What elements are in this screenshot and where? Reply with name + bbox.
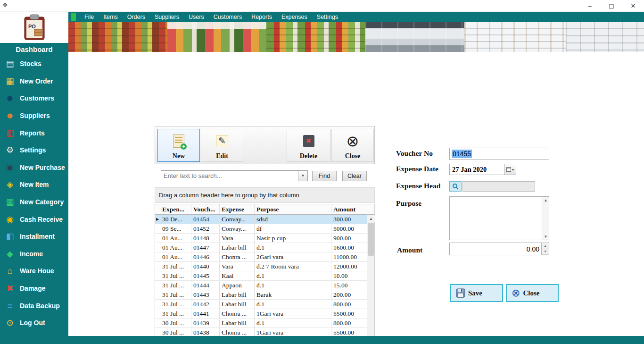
spinner-up-icon[interactable]: ▲: [542, 243, 549, 249]
edit-button[interactable]: ✎ Edit: [201, 129, 243, 162]
table-row[interactable]: 01 Au...01446Chonra ...2Gari vara11000.0…: [155, 252, 367, 262]
table-row[interactable]: 01 Au...01447Labar billd.11600.00: [155, 243, 367, 252]
column-header[interactable]: Amount: [331, 204, 367, 214]
table-row[interactable]: ▶30 De...01454Convay...sdsd300.00: [155, 215, 367, 224]
amount-spinner[interactable]: ▲ ▼: [541, 243, 549, 255]
delete-button[interactable]: ✖ Delete: [287, 129, 330, 162]
menu-item-reports[interactable]: Reports: [247, 12, 277, 22]
table-row[interactable]: 09 Se...01452Convay...df5000.00: [155, 224, 367, 234]
expense-head-search-button[interactable]: [449, 181, 462, 192]
expense-head-label: Expense Head: [396, 182, 440, 190]
sidebar-item-data-backup[interactable]: ≡Data Backup: [0, 297, 68, 314]
expense-head-field[interactable]: [462, 181, 535, 192]
sidebar-item-new-item[interactable]: ◈New Item: [0, 176, 68, 193]
table-row[interactable]: 31 Jul ...01443Labar billBarak200.00: [155, 290, 367, 300]
app-window: ❖ – ▢ ✕ PO Dashboard ▤Stocks▦New Order☻C…: [0, 0, 644, 344]
scroll-up-icon[interactable]: ▲: [542, 197, 549, 203]
scroll-down-icon[interactable]: ▼: [542, 233, 549, 240]
table-cell: 2Gari vara: [255, 252, 331, 261]
minimize-button[interactable]: –: [579, 0, 601, 12]
search-combo: ▼: [161, 170, 308, 181]
maximize-button[interactable]: ▢: [601, 0, 622, 12]
close-window-button[interactable]: ✕: [622, 0, 644, 12]
form-close-button[interactable]: ⊗ Close: [506, 284, 559, 302]
spinner-down-icon[interactable]: ▼: [542, 249, 549, 255]
row-indicator: [155, 290, 160, 299]
table-cell: 09 Se...: [160, 224, 191, 233]
sidebar-item-cash-receive[interactable]: ◉Cash Receive: [0, 210, 68, 228]
grid-scrollbar[interactable]: ▲ ▼: [367, 215, 374, 344]
purpose-scrollbar[interactable]: ▲ ▼: [542, 197, 549, 240]
table-row[interactable]: 31 Jul ...01440Varad.2 7 Room vara12000.…: [155, 262, 367, 271]
voucher-no-field[interactable]: 01455: [449, 148, 549, 160]
column-header[interactable]: Expense: [220, 204, 255, 214]
table-cell: 01444: [191, 281, 220, 290]
data-backup-icon: ≡: [4, 300, 16, 311]
sidebar-item-label: Data Backup: [20, 302, 60, 310]
table-cell: 01446: [191, 252, 220, 261]
sidebar-item-new-order[interactable]: ▦New Order: [0, 73, 68, 90]
table-cell: 11000.00: [331, 252, 367, 261]
sidebar-item-settings[interactable]: ⚙Settings: [0, 142, 68, 159]
grid-group-panel[interactable]: Drag a column header here to group by th…: [155, 187, 375, 203]
sidebar-item-log-out[interactable]: ⊙Log Out: [0, 314, 68, 332]
save-button[interactable]: Save: [450, 284, 503, 302]
scroll-up-icon[interactable]: ▲: [367, 215, 375, 222]
scroll-thumb[interactable]: [368, 223, 374, 256]
chevron-down-icon: ▼: [512, 168, 515, 171]
menu-item-settings[interactable]: Settings: [312, 12, 343, 22]
sidebar-item-stocks[interactable]: ▤Stocks: [0, 55, 68, 73]
table-cell: 30 Jul ...: [160, 319, 191, 327]
table-cell: Nasir p cup: [255, 234, 331, 243]
table-cell: 900.00: [331, 234, 367, 243]
table-cell: 01448: [191, 234, 220, 243]
sidebar-item-customers[interactable]: ☻Customers: [0, 90, 68, 107]
table-cell: 01440: [191, 262, 220, 271]
table-cell: 31 Jul ...: [160, 271, 191, 280]
table-row[interactable]: 31 Jul ...01445Kaald.110.00: [155, 271, 367, 281]
table-row[interactable]: 01 Au...01448VaraNasir p cup900.00: [155, 234, 367, 243]
table-row[interactable]: 30 Jul ...01439Labar billd.1800.00: [155, 319, 367, 328]
customers-icon: ☻: [4, 92, 16, 104]
sidebar-item-ware-houe[interactable]: ⌂Ware Houe: [0, 262, 68, 280]
sidebar-item-new-category[interactable]: ▦New Category: [0, 193, 68, 211]
sidebar-item-installment[interactable]: ◧Installment: [0, 228, 68, 245]
menu-item-file[interactable]: File: [80, 12, 99, 22]
column-header[interactable]: Vouch...: [191, 204, 220, 214]
new-button[interactable]: + New: [157, 129, 200, 162]
table-cell: 31 Jul ...: [160, 281, 191, 290]
menu-item-customers[interactable]: Customers: [209, 12, 247, 22]
sidebar-item-dashboard[interactable]: Dashboard: [0, 43, 68, 55]
table-cell: 01454: [191, 215, 220, 224]
menu-item-orders[interactable]: Orders: [123, 12, 150, 22]
search-input[interactable]: [161, 171, 298, 181]
damage-icon: ✖: [4, 283, 16, 294]
expense-date-value: 27 Jan 2020: [450, 166, 504, 174]
search-dropdown-button[interactable]: ▼: [298, 171, 307, 181]
sidebar-item-suppliers[interactable]: ☻Suppliers: [0, 107, 68, 125]
column-header[interactable]: Expen...: [160, 204, 191, 214]
table-row[interactable]: 31 Jul ...01441Chonra ...1Gari vara5500.…: [155, 309, 367, 319]
cash-receive-icon: ◉: [4, 214, 16, 225]
menu-item-items[interactable]: Items: [99, 12, 123, 22]
amount-field[interactable]: 0.00 ▲ ▼: [449, 243, 549, 255]
table-cell: 01 Au...: [160, 234, 191, 243]
clear-button[interactable]: Clear: [342, 171, 367, 181]
find-button[interactable]: Find: [312, 171, 337, 181]
sidebar-item-income[interactable]: ◆Income: [0, 245, 68, 263]
sidebar-item-damage[interactable]: ✖Damage: [0, 280, 68, 297]
table-row[interactable]: 31 Jul ...01444Appaond.115.00: [155, 281, 367, 290]
table-cell: d.1: [255, 243, 331, 252]
column-header[interactable]: Purpose: [255, 204, 331, 214]
menu-item-suppliers[interactable]: Suppliers: [150, 12, 184, 22]
expense-date-picker[interactable]: 27 Jan 2020 ▼: [449, 164, 516, 175]
menu-item-users[interactable]: Users: [184, 12, 209, 22]
table-row[interactable]: 31 Jul ...01442Labar billd.1800.00: [155, 300, 367, 309]
purpose-field[interactable]: ▲ ▼: [449, 196, 549, 240]
calendar-dropdown-button[interactable]: ▼: [504, 164, 516, 175]
sidebar-item-new-purchase[interactable]: ▣New Purchase: [0, 159, 68, 176]
close-button[interactable]: ⊗ Close: [331, 129, 374, 162]
sidebar-item-reports[interactable]: ▥Reports: [0, 124, 68, 142]
table-cell: 01442: [191, 300, 220, 309]
menu-item-expenses[interactable]: Expenses: [277, 12, 312, 22]
